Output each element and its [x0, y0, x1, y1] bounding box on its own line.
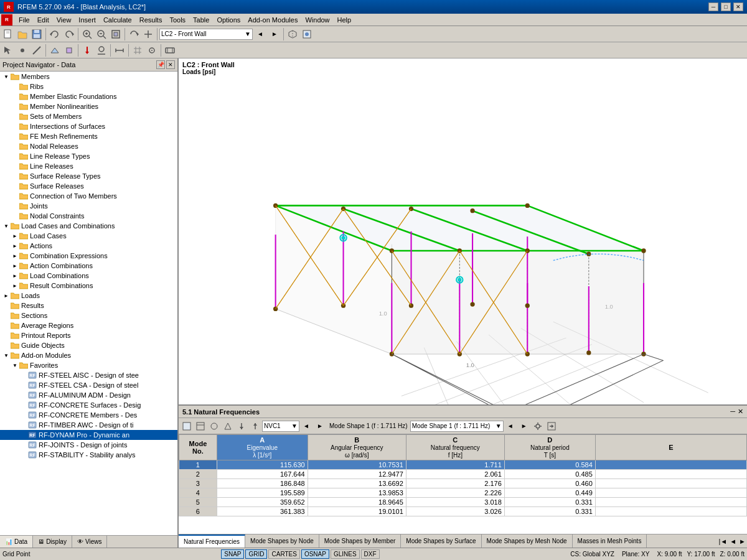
tb-snap-toggle[interactable]	[145, 44, 159, 57]
panel-tab-views[interactable]: 👁Views	[72, 536, 108, 548]
cartes-button[interactable]: CARTES	[268, 549, 299, 559]
tb-zoom-out[interactable]	[95, 27, 108, 41]
tb-solid[interactable]	[62, 44, 76, 57]
tree-item-action-combinations[interactable]: ►Action Combinations	[0, 261, 177, 271]
tabs-nav-start[interactable]: |◄	[717, 538, 728, 545]
bp-nav-back[interactable]: ◄	[299, 419, 313, 433]
dxf-button[interactable]: DXF	[361, 549, 380, 559]
table-row[interactable]: 1115.63010.75311.7110.584	[179, 460, 747, 470]
tree-item-sets-of-members[interactable]: Sets of Members	[0, 111, 177, 121]
bottom-tab-natural-freq[interactable]: Natural Frequencies	[179, 534, 245, 548]
bottom-tab-mode-shapes-node[interactable]: Mode Shapes by Node	[245, 534, 319, 548]
menu-addon[interactable]: Add-on Modules	[244, 15, 301, 25]
tree-item-load-combinations[interactable]: ►Load Combinations	[0, 271, 177, 281]
tree-item-rf-steel-csa[interactable]: RFRF-STEEL CSA - Design of steel	[0, 380, 177, 390]
tree-item-nodal-constraints[interactable]: Nodal Constraints	[0, 211, 177, 221]
bottom-tab-mode-shapes-mesh[interactable]: Mode Shapes by Mesh Node	[482, 534, 573, 548]
bp-tb-settings[interactable]	[531, 419, 545, 433]
bottom-panel-close[interactable]: ✕	[738, 408, 743, 416]
tb-display-options[interactable]	[163, 44, 177, 57]
bp-tb-btn2[interactable]	[194, 419, 207, 433]
tree-item-result-combinations[interactable]: ►Result Combinations	[0, 281, 177, 291]
tree-item-joints[interactable]: Joints	[0, 201, 177, 211]
bp-tb-export[interactable]	[545, 419, 558, 433]
bp-tb-btn5[interactable]	[235, 419, 248, 433]
tree-item-line-releases[interactable]: Line Releases	[0, 161, 177, 171]
tree-item-load-cases-comb[interactable]: ▼Load Cases and Combinations	[0, 221, 177, 231]
tb-load[interactable]	[80, 44, 94, 57]
tb-measure[interactable]	[113, 44, 126, 57]
tree-item-line-release-types[interactable]: Line Release Types	[0, 151, 177, 161]
panel-pin-button[interactable]: 📌	[156, 60, 165, 69]
panel-tab-display[interactable]: 🖥Display	[33, 536, 72, 548]
tree-item-nodal-releases[interactable]: Nodal Releases	[0, 141, 177, 151]
tree-item-actions[interactable]: ►Actions	[0, 241, 177, 251]
bp-tb-btn6[interactable]	[248, 419, 262, 433]
maximize-button[interactable]: □	[721, 2, 731, 11]
nvc-combo[interactable]: NVC1 ▼	[262, 421, 299, 432]
tb-zoom-fit[interactable]	[109, 27, 123, 41]
tb-grid-toggle[interactable]	[131, 44, 144, 57]
tb-render[interactable]	[300, 27, 314, 41]
bp-tb-btn4[interactable]	[221, 419, 235, 433]
tb-save[interactable]	[30, 27, 44, 41]
menu-view[interactable]: View	[53, 15, 75, 25]
panel-close-button[interactable]: ✕	[166, 60, 175, 69]
table-row[interactable]: 2167.64412.94772.0610.485	[179, 470, 747, 479]
menu-help[interactable]: Help	[334, 15, 355, 25]
tree-item-printout-reports[interactable]: Printout Reports	[0, 330, 177, 340]
tree-item-member-nonlin[interactable]: Member Nonlinearities	[0, 101, 177, 111]
tree-item-load-cases[interactable]: ►Load Cases	[0, 231, 177, 241]
bp-nav-fwd[interactable]: ►	[313, 419, 327, 433]
tb-surface[interactable]	[48, 44, 62, 57]
table-row[interactable]: 3186.84813.66922.1760.460	[179, 479, 747, 488]
tree-item-addon-modules[interactable]: ▼Add-on Modules	[0, 350, 177, 360]
tree-item-results[interactable]: Results	[0, 301, 177, 310]
menu-calculate[interactable]: Calculate	[100, 15, 136, 25]
bp-tb-btn3[interactable]	[207, 419, 221, 433]
menu-edit[interactable]: Edit	[34, 15, 53, 25]
tb-view-3d[interactable]	[286, 27, 299, 41]
table-row[interactable]: 6361.38319.01013.0260.331	[179, 507, 747, 516]
tree-item-rf-concrete-surf[interactable]: RFRF-CONCRETE Surfaces - Desig	[0, 400, 177, 410]
tree-item-rf-joints[interactable]: RFRF-JOINTS - Design of joints	[0, 440, 177, 450]
menu-table[interactable]: Table	[189, 15, 213, 25]
tb-rotate[interactable]	[127, 27, 141, 41]
close-button[interactable]: ✕	[733, 2, 743, 11]
menu-file[interactable]: File	[15, 15, 34, 25]
tb-select[interactable]	[1, 44, 15, 57]
grid-button[interactable]: GRID	[245, 549, 267, 559]
tb-node[interactable]	[16, 44, 29, 57]
mode-shape-combo[interactable]: Mode Shape 1 (f : 1.711 Hz) ▼	[410, 421, 504, 432]
menu-results[interactable]: Results	[136, 15, 166, 25]
tb-line[interactable]	[30, 44, 44, 57]
menu-insert[interactable]: Insert	[75, 15, 100, 25]
menu-window[interactable]: Window	[301, 15, 333, 25]
tree-item-rf-dynam[interactable]: RFRF-DYNAM Pro - Dynamic an	[0, 430, 177, 440]
tree-item-sections[interactable]: Sections	[0, 310, 177, 320]
osnap-button[interactable]: OSNAP	[301, 549, 329, 559]
tree-item-rf-stability[interactable]: RFRF-STABILITY - Stability analys	[0, 450, 177, 460]
lc-combo[interactable]: LC2 - Front Wall ▼	[159, 29, 253, 40]
bp-mode-fwd[interactable]: ►	[517, 419, 531, 433]
tree-item-members[interactable]: ▼Members	[0, 72, 177, 82]
table-row[interactable]: 4195.58913.98532.2260.449	[179, 488, 747, 498]
tree-item-ribs[interactable]: Ribs	[0, 82, 177, 91]
tb-support[interactable]	[95, 44, 108, 57]
tree-item-favorites[interactable]: ▼Favorites	[0, 360, 177, 370]
viewport-3d[interactable]: LC2 : Front Wall Loads [psi] 1.0 1.0 1.0	[179, 58, 747, 404]
tree-item-rf-steel-aisc[interactable]: RFRF-STEEL AISC - Design of stee	[0, 370, 177, 380]
bp-tb-btn1[interactable]	[180, 419, 194, 433]
tabs-nav-back[interactable]: ◄	[728, 538, 738, 545]
tree-item-member-elastic[interactable]: Member Elastic Foundations	[0, 91, 177, 101]
tree-item-rf-concrete-mem[interactable]: RFRF-CONCRETE Members - Des	[0, 410, 177, 420]
tb-pan[interactable]	[141, 27, 155, 41]
bp-mode-back[interactable]: ◄	[504, 419, 517, 433]
tb-new[interactable]	[1, 27, 15, 41]
tree-item-connection-two[interactable]: Connection of Two Members	[0, 191, 177, 201]
minimize-button[interactable]: ─	[708, 2, 718, 11]
table-row[interactable]: 5359.65218.96453.0180.331	[179, 498, 747, 507]
panel-tab-data[interactable]: 📊Data	[0, 536, 33, 548]
tb-open[interactable]	[16, 27, 29, 41]
tree-item-guide-objects[interactable]: Guide Objects	[0, 340, 177, 350]
